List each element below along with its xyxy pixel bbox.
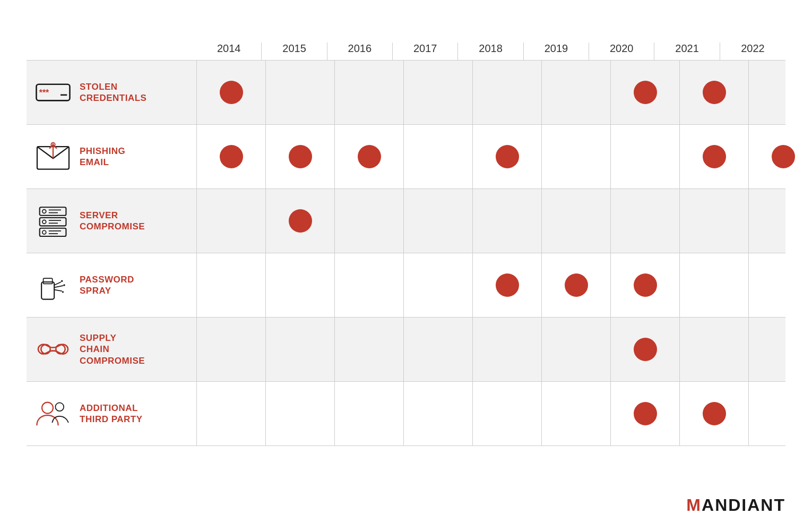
year-cols-phishing-email [196, 125, 812, 189]
dot-supply-chain-compromise-2020 [634, 338, 657, 361]
svg-point-24 [61, 280, 63, 282]
dot-phishing-email-2015 [289, 145, 312, 168]
dot-password-spray-2018 [496, 273, 519, 297]
cell-server-compromise-2014 [196, 189, 265, 253]
dot-phishing-email-2018 [496, 145, 519, 168]
row-label-additional-third-party: ADDITIONALTHIRD PARTY [27, 392, 196, 435]
cell-supply-chain-compromise-2019 [541, 318, 610, 381]
logo-text: ANDIANT [702, 495, 785, 515]
stolen-credentials-icon: *** [27, 76, 80, 108]
svg-line-27 [54, 290, 62, 292]
cell-server-compromise-2019 [541, 189, 610, 253]
cell-phishing-email-2016 [334, 125, 403, 189]
dot-stolen-credentials-2021 [703, 81, 726, 104]
year-cols-password-spray [196, 253, 812, 317]
cell-additional-third-party-2016 [334, 382, 403, 446]
svg-point-26 [63, 284, 65, 286]
svg-text:***: *** [39, 88, 49, 97]
cell-server-compromise-2018 [472, 189, 541, 253]
year-header-2014: 2014 [196, 42, 262, 60]
dot-server-compromise-2015 [289, 209, 312, 233]
cell-phishing-email-2014 [196, 125, 265, 189]
row-server-compromise: SERVERCOMPROMISE [27, 189, 785, 253]
svg-rect-9 [40, 207, 66, 215]
cell-stolen-credentials-2017 [403, 61, 472, 124]
year-header-2021: 2021 [654, 42, 720, 60]
chart-container: 201420152016201720182019202020212022 ***… [27, 42, 785, 446]
dot-phishing-email-2022 [772, 145, 795, 168]
svg-line-25 [54, 286, 63, 287]
cell-password-spray-2022 [748, 253, 812, 317]
cell-supply-chain-compromise-2020 [610, 318, 679, 381]
cell-stolen-credentials-2022 [748, 61, 812, 124]
cell-server-compromise-2022 [748, 189, 812, 253]
cell-additional-third-party-2015 [265, 382, 334, 446]
row-label-server-compromise: SERVERCOMPROMISE [27, 200, 196, 242]
cell-phishing-email-2021 [679, 125, 748, 189]
cell-phishing-email-2015 [265, 125, 334, 189]
password-spray-icon [27, 269, 80, 301]
password-spray-label: PASSWORDSPRAY [80, 274, 134, 297]
server-compromise-icon [27, 205, 80, 237]
server-compromise-label: SERVERCOMPROMISE [80, 210, 145, 233]
cell-password-spray-2020 [610, 253, 679, 317]
phishing-email-icon [27, 141, 80, 173]
row-label-supply-chain-compromise: SUPPLYCHAINCOMPROMISE [27, 327, 196, 372]
cell-server-compromise-2021 [679, 189, 748, 253]
dot-password-spray-2020 [634, 273, 657, 297]
cell-additional-third-party-2020 [610, 382, 679, 446]
cell-stolen-credentials-2016 [334, 61, 403, 124]
row-supply-chain-compromise: SUPPLYCHAINCOMPROMISE [27, 317, 785, 381]
additional-third-party-icon [27, 398, 80, 430]
dot-stolen-credentials-2020 [634, 81, 657, 104]
cell-supply-chain-compromise-2015 [265, 318, 334, 381]
cell-additional-third-party-2018 [472, 382, 541, 446]
svg-point-10 [42, 210, 46, 213]
cell-supply-chain-compromise-2022 [748, 318, 812, 381]
year-cols-supply-chain-compromise [196, 318, 812, 381]
year-header-2019: 2019 [524, 42, 589, 60]
svg-rect-22 [44, 278, 53, 284]
cell-supply-chain-compromise-2017 [403, 318, 472, 381]
svg-point-18 [42, 230, 46, 234]
year-header-2017: 2017 [393, 42, 458, 60]
cell-supply-chain-compromise-2016 [334, 318, 403, 381]
svg-rect-21 [41, 282, 54, 299]
row-additional-third-party: ADDITIONALTHIRD PARTY [27, 381, 785, 446]
logo-m: M [686, 495, 702, 515]
dot-phishing-email-2014 [220, 145, 243, 168]
dot-password-spray-2019 [565, 273, 588, 297]
svg-line-23 [54, 282, 61, 285]
cell-password-spray-2019 [541, 253, 610, 317]
cell-stolen-credentials-2021 [679, 61, 748, 124]
cell-password-spray-2017 [403, 253, 472, 317]
row-label-password-spray: PASSWORDSPRAY [27, 264, 196, 306]
cell-password-spray-2018 [472, 253, 541, 317]
cell-additional-third-party-2014 [196, 382, 265, 446]
year-header-2022: 2022 [720, 42, 785, 60]
svg-rect-17 [40, 228, 66, 236]
phishing-email-label: PHISHINGEMAIL [80, 145, 125, 168]
year-header-2015: 2015 [262, 42, 327, 60]
year-cols-stolen-credentials [196, 61, 812, 124]
row-phishing-email: PHISHINGEMAIL [27, 124, 785, 189]
year-header-2018: 2018 [458, 42, 523, 60]
cell-phishing-email-2018 [472, 125, 541, 189]
row-label-stolen-credentials: *** STOLENCREDENTIALS [27, 71, 196, 114]
cell-password-spray-2016 [334, 253, 403, 317]
cell-phishing-email-2020 [610, 125, 679, 189]
cell-stolen-credentials-2015 [265, 61, 334, 124]
cell-additional-third-party-2019 [541, 382, 610, 446]
cell-additional-third-party-2022 [748, 382, 812, 446]
row-stolen-credentials: *** STOLENCREDENTIALS [27, 60, 785, 124]
dot-additional-third-party-2020 [634, 402, 657, 425]
dot-additional-third-party-2021 [703, 402, 726, 425]
svg-point-29 [41, 345, 50, 354]
cell-phishing-email-2019 [541, 125, 610, 189]
stolen-credentials-label: STOLENCREDENTIALS [80, 81, 146, 104]
cell-phishing-email-2022 [748, 125, 812, 189]
svg-point-32 [55, 402, 64, 411]
cell-phishing-email-2017 [403, 125, 472, 189]
cell-supply-chain-compromise-2018 [472, 318, 541, 381]
cell-stolen-credentials-2020 [610, 61, 679, 124]
